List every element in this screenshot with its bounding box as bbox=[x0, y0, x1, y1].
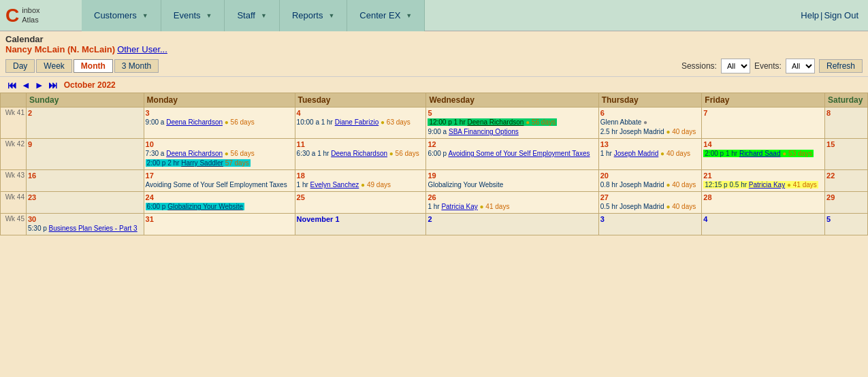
prev-button[interactable]: ◄ bbox=[19, 79, 33, 91]
event-line[interactable]: 6:00 p Avoiding Some of Your Self Employ… bbox=[428, 149, 596, 158]
calendar-day-cell[interactable]: 8 bbox=[825, 108, 868, 139]
day-number: 28 bbox=[703, 193, 823, 201]
day-number: 6 bbox=[600, 109, 701, 117]
calendar-day-cell[interactable]: 22 bbox=[825, 170, 868, 192]
nav-staff[interactable]: Staff ▼ bbox=[225, 0, 279, 31]
calendar-day-cell[interactable]: 270.5 hr Joseph Madrid ● 40 days bbox=[598, 192, 702, 214]
top-nav: C inbox Atlas Customers ▼ Events ▼ Staff… bbox=[0, 0, 868, 31]
calendar-day-cell[interactable]: 305:30 p Business Plan Series - Part 3 bbox=[27, 214, 144, 235]
calendar-day-cell[interactable]: 16 bbox=[27, 170, 144, 192]
calendar-day-cell[interactable]: 31 bbox=[144, 214, 295, 235]
calendar-day-cell[interactable]: 7 bbox=[702, 108, 825, 139]
calendar-day-cell[interactable]: 142:00 p 1 hr Richard Saad ● 53 days bbox=[702, 139, 825, 170]
calendar-day-cell[interactable]: 200.8 hr Joseph Madrid ● 40 days bbox=[598, 170, 702, 192]
calendar-day-cell[interactable]: 512:00 p 1 hr Deena Richardson ● 56 days… bbox=[426, 108, 598, 139]
event-line[interactable]: Glenn Abbate ● bbox=[600, 118, 701, 127]
event-line[interactable]: 2.5 hr Joseph Madrid ● 40 days bbox=[600, 127, 701, 136]
event-line[interactable]: 1 hr Joseph Madrid ● 40 days bbox=[600, 149, 701, 158]
view-week-button[interactable]: Week bbox=[36, 59, 71, 73]
calendar-day-cell[interactable]: 23 bbox=[27, 192, 144, 214]
calendar-day-cell[interactable]: 9 bbox=[27, 139, 144, 170]
calendar-day-cell[interactable]: 126:00 p Avoiding Some of Your Self Empl… bbox=[426, 139, 598, 170]
calendar-day-cell[interactable]: 261 hr Patricia Kay ● 41 days bbox=[426, 192, 598, 214]
calendar-day-cell[interactable]: 4 bbox=[702, 214, 825, 235]
first-page-button[interactable]: ⏮ bbox=[5, 79, 19, 91]
event-line[interactable]: 12:15 p 0.5 hr Patricia Kay ● 41 days bbox=[703, 180, 823, 189]
calendar-table: Sunday Monday Tuesday Wednesday Thursday… bbox=[0, 93, 868, 235]
sessions-select[interactable]: All bbox=[721, 59, 750, 73]
chevron-down-icon: ▼ bbox=[261, 12, 267, 19]
week-col-header bbox=[1, 93, 27, 108]
event-line[interactable]: 7:30 a Deena Richardson ● 56 days bbox=[146, 149, 293, 158]
last-page-button[interactable]: ⏭ bbox=[46, 79, 60, 91]
calendar-day-cell[interactable]: November 1 bbox=[295, 214, 426, 235]
calendar-day-cell[interactable]: 17Avoiding Some of Your Self Employment … bbox=[144, 170, 295, 192]
next-button[interactable]: ► bbox=[33, 79, 46, 91]
day-number: 23 bbox=[28, 193, 142, 201]
event-line[interactable]: 0.5 hr Joseph Madrid ● 40 days bbox=[600, 202, 701, 211]
refresh-button[interactable]: Refresh bbox=[819, 59, 863, 73]
event-line[interactable]: Globalizing Your Website bbox=[428, 180, 596, 189]
day-number: 13 bbox=[600, 140, 701, 148]
view-3month-button[interactable]: 3 Month bbox=[114, 59, 159, 73]
day-number: 20 bbox=[600, 171, 701, 180]
day-number: 15 bbox=[826, 140, 866, 148]
event-line[interactable]: 12:00 p 1 hr Deena Richardson ● 56 days bbox=[428, 118, 596, 127]
event-line[interactable]: 9:00 a Deena Richardson ● 56 days bbox=[146, 118, 293, 127]
event-line[interactable]: Avoiding Some of Your Self Employment Ta… bbox=[146, 180, 293, 189]
day-number: 11 bbox=[297, 140, 425, 148]
calendar-day-cell[interactable]: 29 bbox=[825, 192, 868, 214]
event-line[interactable]: 2:00 p 1 hr Richard Saad ● 53 days bbox=[703, 149, 823, 158]
help-link[interactable]: Help bbox=[801, 10, 819, 20]
day-number: 14 bbox=[703, 140, 823, 148]
day-number: 21 bbox=[703, 171, 823, 180]
day-number: 7 bbox=[703, 109, 823, 117]
nav-events[interactable]: Events ▼ bbox=[161, 0, 225, 31]
day-number: 5 bbox=[428, 109, 596, 117]
event-line[interactable]: 2:00 p 2 hr Harry Saddler 57 days bbox=[146, 159, 293, 167]
event-line[interactable]: 6:00 p Globalizing Your Website bbox=[146, 202, 293, 211]
month-year-label: October 2022 bbox=[64, 80, 116, 90]
week-label: Wk 45 bbox=[1, 214, 27, 235]
day-number: 3 bbox=[600, 215, 701, 223]
nav-customers[interactable]: Customers ▼ bbox=[82, 0, 161, 31]
calendar-day-cell[interactable]: 28 bbox=[702, 192, 825, 214]
calendar-day-cell[interactable]: 2 bbox=[426, 214, 598, 235]
day-number: 12 bbox=[428, 140, 596, 148]
calendar-day-cell[interactable]: 15 bbox=[825, 139, 868, 170]
event-line[interactable]: 1 hr Evelyn Sanchez ● 49 days bbox=[297, 180, 425, 189]
day-number: 18 bbox=[297, 171, 425, 180]
calendar-day-cell[interactable]: 2112:15 p 0.5 hr Patricia Kay ● 41 days bbox=[702, 170, 825, 192]
calendar-day-cell[interactable]: 3 bbox=[598, 214, 702, 235]
friday-header: Friday bbox=[702, 93, 825, 108]
calendar-day-cell[interactable]: 6Glenn Abbate ●2.5 hr Joseph Madrid ● 40… bbox=[598, 108, 702, 139]
day-number: 9 bbox=[28, 140, 142, 148]
view-controls-row: Day Week Month 3 Month Sessions: All Eve… bbox=[0, 56, 868, 77]
view-month-button[interactable]: Month bbox=[74, 59, 113, 73]
calendar-day-cell[interactable]: 410:00 a 1 hr Diane Fabrizio ● 63 days bbox=[295, 108, 426, 139]
event-line[interactable]: 5:30 p Business Plan Series - Part 3 bbox=[28, 224, 142, 233]
calendar-day-cell[interactable]: 107:30 a Deena Richardson ● 56 days2:00 … bbox=[144, 139, 295, 170]
chevron-down-icon: ▼ bbox=[142, 12, 148, 19]
nav-centerex[interactable]: Center EX ▼ bbox=[347, 0, 425, 31]
day-number: 5 bbox=[826, 215, 866, 223]
calendar-day-cell[interactable]: 19Globalizing Your Website bbox=[426, 170, 598, 192]
calendar-day-cell[interactable]: 181 hr Evelyn Sanchez ● 49 days bbox=[295, 170, 426, 192]
event-line[interactable]: 1 hr Patricia Kay ● 41 days bbox=[428, 202, 596, 211]
event-line[interactable]: 9:00 a SBA Financing Options bbox=[428, 127, 596, 136]
event-line[interactable]: 0.8 hr Joseph Madrid ● 40 days bbox=[600, 180, 701, 189]
events-select[interactable]: All bbox=[786, 59, 815, 73]
signout-link[interactable]: Sign Out bbox=[824, 10, 858, 20]
view-day-button[interactable]: Day bbox=[5, 59, 35, 73]
calendar-day-cell[interactable]: 25 bbox=[295, 192, 426, 214]
calendar-day-cell[interactable]: 39:00 a Deena Richardson ● 56 days bbox=[144, 108, 295, 139]
event-line[interactable]: 10:00 a 1 hr Diane Fabrizio ● 63 days bbox=[297, 118, 425, 127]
calendar-day-cell[interactable]: 131 hr Joseph Madrid ● 40 days bbox=[598, 139, 702, 170]
event-line[interactable]: 6:30 a 1 hr Deena Richardson ● 56 days bbox=[297, 149, 425, 158]
calendar-day-cell[interactable]: 2 bbox=[27, 108, 144, 139]
calendar-day-cell[interactable]: 246:00 p Globalizing Your Website bbox=[144, 192, 295, 214]
calendar-day-cell[interactable]: 5 bbox=[825, 214, 868, 235]
nav-reports[interactable]: Reports ▼ bbox=[280, 0, 347, 31]
calendar-day-cell[interactable]: 116:30 a 1 hr Deena Richardson ● 56 days bbox=[295, 139, 426, 170]
other-user-link[interactable]: Other User... bbox=[117, 44, 167, 54]
